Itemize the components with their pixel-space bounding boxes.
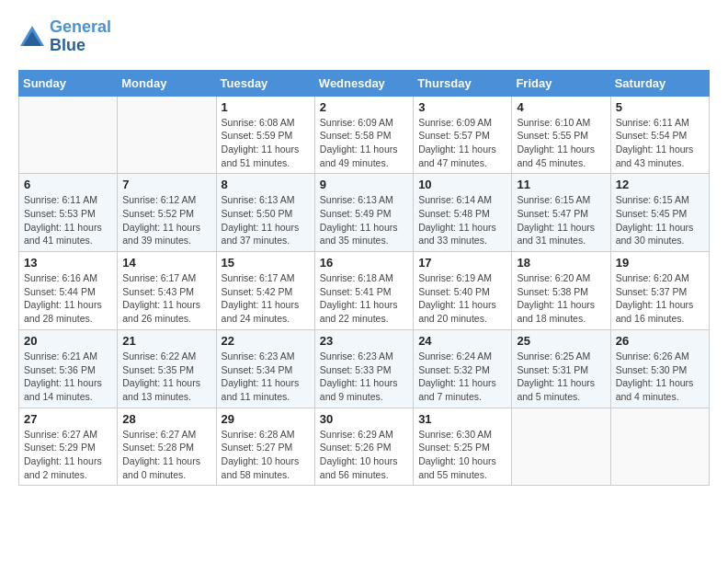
- day-info: Sunrise: 6:09 AM Sunset: 5:58 PM Dayligh…: [320, 116, 408, 170]
- calendar-day-cell: [610, 408, 709, 486]
- day-info: Sunrise: 6:17 AM Sunset: 5:43 PM Dayligh…: [122, 271, 210, 326]
- calendar-day-cell: [19, 96, 118, 174]
- day-number: 9: [320, 178, 408, 191]
- day-number: 30: [320, 412, 408, 426]
- weekday-header-thursday: Thursday: [414, 70, 512, 96]
- day-info: Sunrise: 6:23 AM Sunset: 5:33 PM Dayligh…: [320, 350, 408, 404]
- day-info: Sunrise: 6:10 AM Sunset: 5:55 PM Dayligh…: [517, 116, 605, 170]
- day-info: Sunrise: 6:15 AM Sunset: 5:47 PM Dayligh…: [517, 193, 605, 247]
- day-number: 25: [517, 334, 605, 348]
- calendar-day-cell: 29Sunrise: 6:28 AM Sunset: 5:27 PM Dayli…: [216, 408, 314, 486]
- calendar-day-cell: 17Sunrise: 6:19 AM Sunset: 5:40 PM Dayli…: [414, 252, 512, 330]
- calendar-day-cell: 19Sunrise: 6:20 AM Sunset: 5:37 PM Dayli…: [610, 252, 709, 330]
- calendar-day-cell: 8Sunrise: 6:13 AM Sunset: 5:50 PM Daylig…: [216, 174, 314, 252]
- day-number: 31: [418, 412, 506, 426]
- calendar-table: SundayMondayTuesdayWednesdayThursdayFrid…: [18, 70, 710, 487]
- calendar-day-cell: 1Sunrise: 6:08 AM Sunset: 5:59 PM Daylig…: [216, 96, 314, 174]
- calendar-day-cell: 16Sunrise: 6:18 AM Sunset: 5:41 PM Dayli…: [314, 252, 413, 330]
- day-info: Sunrise: 6:29 AM Sunset: 5:26 PM Dayligh…: [320, 428, 408, 482]
- day-info: Sunrise: 6:26 AM Sunset: 5:30 PM Dayligh…: [616, 350, 704, 404]
- calendar-day-cell: 4Sunrise: 6:10 AM Sunset: 5:55 PM Daylig…: [512, 96, 610, 174]
- day-info: Sunrise: 6:20 AM Sunset: 5:37 PM Dayligh…: [616, 271, 704, 326]
- calendar-day-cell: 10Sunrise: 6:14 AM Sunset: 5:48 PM Dayli…: [414, 174, 512, 252]
- calendar-week-row: 6Sunrise: 6:11 AM Sunset: 5:53 PM Daylig…: [19, 174, 710, 252]
- day-info: Sunrise: 6:16 AM Sunset: 5:44 PM Dayligh…: [24, 271, 112, 326]
- page-header: General Blue: [18, 18, 710, 55]
- calendar-day-cell: 24Sunrise: 6:24 AM Sunset: 5:32 PM Dayli…: [414, 329, 512, 408]
- day-info: Sunrise: 6:28 AM Sunset: 5:27 PM Dayligh…: [222, 428, 310, 482]
- day-number: 17: [418, 256, 506, 270]
- calendar-day-cell: 25Sunrise: 6:25 AM Sunset: 5:31 PM Dayli…: [512, 329, 610, 408]
- day-info: Sunrise: 6:24 AM Sunset: 5:32 PM Dayligh…: [418, 350, 506, 404]
- day-number: 1: [222, 100, 310, 114]
- day-number: 19: [616, 256, 704, 270]
- calendar-day-cell: 5Sunrise: 6:11 AM Sunset: 5:54 PM Daylig…: [610, 96, 709, 174]
- day-number: 18: [517, 256, 605, 270]
- day-number: 16: [320, 256, 408, 270]
- day-number: 29: [222, 412, 310, 426]
- calendar-day-cell: 3Sunrise: 6:09 AM Sunset: 5:57 PM Daylig…: [414, 96, 512, 174]
- calendar-week-row: 27Sunrise: 6:27 AM Sunset: 5:29 PM Dayli…: [19, 408, 710, 486]
- day-number: 20: [24, 334, 112, 348]
- calendar-day-cell: 26Sunrise: 6:26 AM Sunset: 5:30 PM Dayli…: [610, 329, 709, 408]
- calendar-day-cell: 15Sunrise: 6:17 AM Sunset: 5:42 PM Dayli…: [216, 252, 314, 330]
- day-number: 14: [122, 256, 210, 270]
- day-info: Sunrise: 6:14 AM Sunset: 5:48 PM Dayligh…: [418, 193, 506, 247]
- day-info: Sunrise: 6:27 AM Sunset: 5:29 PM Dayligh…: [24, 428, 112, 482]
- logo: General Blue: [18, 18, 111, 55]
- day-number: 26: [616, 334, 704, 348]
- weekday-header-saturday: Saturday: [610, 70, 709, 96]
- day-number: 10: [418, 178, 506, 191]
- day-info: Sunrise: 6:17 AM Sunset: 5:42 PM Dayligh…: [222, 271, 310, 326]
- calendar-day-cell: 18Sunrise: 6:20 AM Sunset: 5:38 PM Dayli…: [512, 252, 610, 330]
- calendar-day-cell: 7Sunrise: 6:12 AM Sunset: 5:52 PM Daylig…: [118, 174, 216, 252]
- day-number: 6: [24, 178, 112, 191]
- day-info: Sunrise: 6:20 AM Sunset: 5:38 PM Dayligh…: [517, 271, 605, 326]
- calendar-day-cell: 6Sunrise: 6:11 AM Sunset: 5:53 PM Daylig…: [19, 174, 118, 252]
- calendar-day-cell: 11Sunrise: 6:15 AM Sunset: 5:47 PM Dayli…: [512, 174, 610, 252]
- day-info: Sunrise: 6:11 AM Sunset: 5:54 PM Dayligh…: [616, 116, 704, 170]
- weekday-header-wednesday: Wednesday: [314, 70, 413, 96]
- day-number: 15: [222, 256, 310, 270]
- day-info: Sunrise: 6:19 AM Sunset: 5:40 PM Dayligh…: [418, 271, 506, 326]
- day-info: Sunrise: 6:12 AM Sunset: 5:52 PM Dayligh…: [122, 193, 210, 247]
- calendar-day-cell: 30Sunrise: 6:29 AM Sunset: 5:26 PM Dayli…: [314, 408, 413, 486]
- day-number: 13: [24, 256, 112, 270]
- day-number: 3: [418, 100, 506, 114]
- calendar-day-cell: [118, 96, 216, 174]
- logo-icon: [18, 24, 46, 50]
- calendar-week-row: 20Sunrise: 6:21 AM Sunset: 5:36 PM Dayli…: [19, 329, 710, 408]
- day-info: Sunrise: 6:30 AM Sunset: 5:25 PM Dayligh…: [418, 428, 506, 482]
- calendar-week-row: 13Sunrise: 6:16 AM Sunset: 5:44 PM Dayli…: [19, 252, 710, 330]
- day-info: Sunrise: 6:08 AM Sunset: 5:59 PM Dayligh…: [222, 116, 310, 170]
- calendar-day-cell: 14Sunrise: 6:17 AM Sunset: 5:43 PM Dayli…: [118, 252, 216, 330]
- calendar-day-cell: 9Sunrise: 6:13 AM Sunset: 5:49 PM Daylig…: [314, 174, 413, 252]
- day-info: Sunrise: 6:09 AM Sunset: 5:57 PM Dayligh…: [418, 116, 506, 170]
- day-number: 8: [222, 178, 310, 191]
- day-number: 2: [320, 100, 408, 114]
- weekday-header-monday: Monday: [118, 70, 216, 96]
- day-number: 21: [122, 334, 210, 348]
- calendar-week-row: 1Sunrise: 6:08 AM Sunset: 5:59 PM Daylig…: [19, 96, 710, 174]
- day-info: Sunrise: 6:15 AM Sunset: 5:45 PM Dayligh…: [616, 193, 704, 247]
- calendar-day-cell: 27Sunrise: 6:27 AM Sunset: 5:29 PM Dayli…: [19, 408, 118, 486]
- logo-text: General Blue: [50, 18, 111, 55]
- calendar-day-cell: 21Sunrise: 6:22 AM Sunset: 5:35 PM Dayli…: [118, 329, 216, 408]
- calendar-day-cell: 12Sunrise: 6:15 AM Sunset: 5:45 PM Dayli…: [610, 174, 709, 252]
- day-info: Sunrise: 6:18 AM Sunset: 5:41 PM Dayligh…: [320, 271, 408, 326]
- day-number: 12: [616, 178, 704, 191]
- day-number: 27: [24, 412, 112, 426]
- day-number: 23: [320, 334, 408, 348]
- calendar-day-cell: 28Sunrise: 6:27 AM Sunset: 5:28 PM Dayli…: [118, 408, 216, 486]
- calendar-day-cell: 20Sunrise: 6:21 AM Sunset: 5:36 PM Dayli…: [19, 329, 118, 408]
- day-number: 5: [616, 100, 704, 114]
- weekday-header-row: SundayMondayTuesdayWednesdayThursdayFrid…: [19, 70, 710, 96]
- calendar-day-cell: [512, 408, 610, 486]
- day-info: Sunrise: 6:27 AM Sunset: 5:28 PM Dayligh…: [122, 428, 210, 482]
- day-number: 22: [222, 334, 310, 348]
- day-number: 24: [418, 334, 506, 348]
- day-number: 11: [517, 178, 605, 191]
- day-info: Sunrise: 6:22 AM Sunset: 5:35 PM Dayligh…: [122, 350, 210, 404]
- weekday-header-friday: Friday: [512, 70, 610, 96]
- day-info: Sunrise: 6:13 AM Sunset: 5:50 PM Dayligh…: [222, 193, 310, 247]
